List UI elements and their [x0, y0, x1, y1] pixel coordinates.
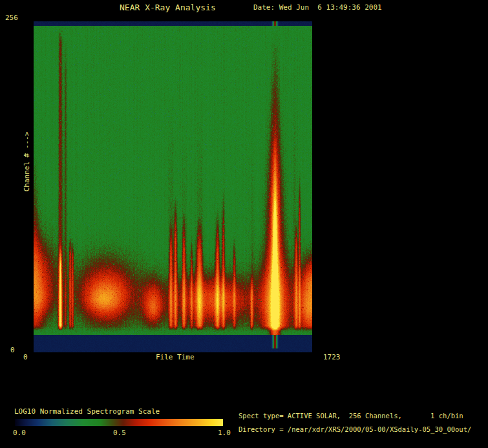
colorbar-tick-max: 1.0 [218, 429, 231, 436]
colorbar-label: LOG10 Normalized Spectrogram Scale [14, 408, 160, 415]
directory-info: Directory = /near/xdr/XRS/2000/05-00/XSd… [239, 426, 471, 433]
colorbar-tick-min: 0.0 [13, 429, 26, 436]
page-title: NEAR X-Ray Analysis [120, 3, 216, 12]
x-axis-min-tick: 0 [23, 354, 28, 361]
spectrogram-heatmap [34, 21, 312, 352]
y-axis-min-tick: 0 [10, 347, 15, 354]
spect-type-info: Spect type= ACTIVE SOLAR, 256 Channels, … [239, 412, 463, 420]
date-label: Date: Wed Jun 6 13:49:36 2001 [253, 4, 382, 11]
y-axis-label: Channel # ---> [23, 132, 30, 192]
colorbar-gradient [15, 419, 223, 426]
near-xray-analysis-window: NEAR X-Ray Analysis Date: Wed Jun 6 13:4… [0, 0, 488, 448]
y-axis-max-tick: 256 [5, 14, 18, 21]
x-axis-max-tick: 1723 [323, 354, 341, 361]
colorbar-tick-mid: 0.5 [113, 429, 126, 436]
x-axis-label: File Time [156, 354, 195, 361]
